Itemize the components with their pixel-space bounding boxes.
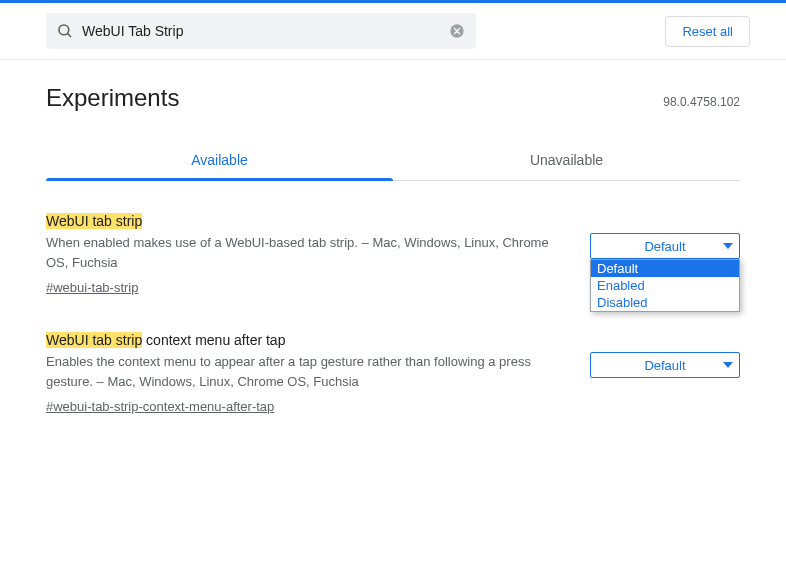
chevron-down-icon [723,243,733,249]
tabs: Available Unavailable [46,140,740,181]
experiment-description: Enables the context menu to appear after… [46,352,560,391]
experiment-title-rest: context menu after tap [142,332,285,348]
experiment-body: WebUI tab stripWhen enabled makes use of… [46,213,560,296]
page-title: Experiments [46,84,179,112]
search-box[interactable] [46,13,476,49]
experiment-select-wrap: Default [590,332,740,415]
tab-unavailable[interactable]: Unavailable [393,140,740,180]
search-icon [56,22,74,40]
highlight: WebUI tab strip [46,332,142,348]
experiment-hash-link[interactable]: #webui-tab-strip [46,280,139,295]
clear-icon[interactable] [448,22,466,40]
chevron-down-icon [723,362,733,368]
main-content: Experiments 98.0.4758.102 Available Unav… [0,60,786,415]
experiment-select[interactable]: Default [590,233,740,259]
experiment-select[interactable]: Default [590,352,740,378]
title-row: Experiments 98.0.4758.102 [46,84,740,112]
reset-all-button[interactable]: Reset all [665,16,750,47]
experiment-row: WebUI tab strip context menu after tapEn… [46,332,740,415]
highlight: WebUI tab strip [46,213,142,229]
header-bar: Reset all [0,3,786,60]
experiment-row: WebUI tab stripWhen enabled makes use of… [46,213,740,296]
experiment-hash-link[interactable]: #webui-tab-strip-context-menu-after-tap [46,399,274,414]
experiment-select-wrap: DefaultDefaultEnabledDisabled [590,213,740,296]
experiment-body: WebUI tab strip context menu after tapEn… [46,332,560,415]
dropdown-option[interactable]: Disabled [591,294,739,311]
experiment-description: When enabled makes use of a WebUI-based … [46,233,560,272]
dropdown-option[interactable]: Enabled [591,277,739,294]
tab-available[interactable]: Available [46,140,393,180]
select-value: Default [644,239,685,254]
dropdown-option[interactable]: Default [591,260,739,277]
experiment-title: WebUI tab strip context menu after tap [46,332,560,348]
version-label: 98.0.4758.102 [663,95,740,109]
search-input[interactable] [82,23,448,39]
experiment-title: WebUI tab strip [46,213,560,229]
dropdown-menu: DefaultEnabledDisabled [590,259,740,312]
select-value: Default [644,358,685,373]
svg-line-1 [68,34,71,37]
svg-point-0 [59,25,69,35]
